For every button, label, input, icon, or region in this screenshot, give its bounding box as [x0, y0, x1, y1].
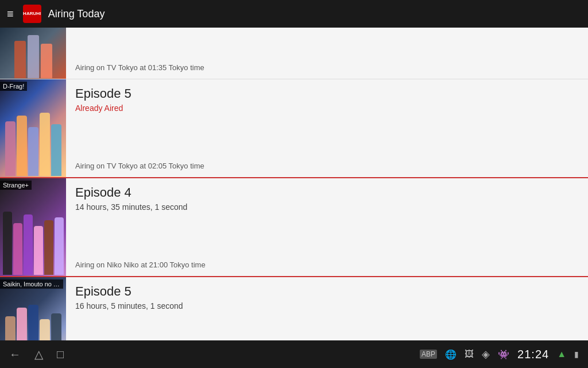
list-item[interactable]: Airing on TV Tokyo at 01:35 Tokyo time	[0, 28, 588, 79]
air-time-text: Airing on TV Tokyo at 01:35 Tokyo time	[75, 63, 204, 72]
thumbnail: Strange+	[0, 178, 66, 276]
list-item[interactable]: Saikin, Imouto no Yousu ga Chotto... Epi…	[0, 277, 588, 340]
list-item[interactable]: Strange+ Episode 4 14 hours, 35 minutes,…	[0, 178, 588, 277]
home-icon[interactable]: △	[34, 347, 43, 361]
item-info: Episode 5 Already Aired Airing on TV Tok…	[66, 79, 588, 177]
status-bar: ABP 🌐 🖼 ◈ 👾 21:24 ▲ ▮	[420, 348, 579, 361]
thumbnail	[0, 28, 66, 79]
episode-title: Episode 4	[75, 185, 579, 200]
air-time-text: Airing on TV Tokyo at 02:05 Tokyo time	[75, 162, 579, 170]
countdown-text: 16 hours, 5 minutes, 1 second	[75, 301, 579, 310]
network-icon: 🌐	[445, 349, 457, 360]
battery-icon: ▮	[574, 350, 579, 359]
item-info: Airing on TV Tokyo at 01:35 Tokyo time	[66, 28, 588, 79]
navigation-bar: ← △ □ ABP 🌐 🖼 ◈ 👾 21:24 ▲ ▮	[0, 340, 588, 368]
content-area: Airing on TV Tokyo at 01:35 Tokyo time D…	[0, 28, 588, 340]
recent-apps-icon[interactable]: □	[57, 348, 64, 361]
item-info: Episode 5 16 hours, 5 minutes, 1 second …	[66, 277, 588, 340]
already-aired-text: Already Aired	[75, 103, 579, 113]
episode-title: Episode 5	[75, 86, 579, 101]
nav-controls: ← △ □	[9, 347, 64, 361]
back-icon[interactable]: ←	[9, 348, 21, 361]
page-title: Airing Today	[48, 8, 105, 20]
screenshot-icon: 🖼	[465, 349, 474, 359]
list-item[interactable]: D-Frag! Episode 5 Already Aired Airing o…	[0, 79, 588, 178]
app-icon: 👾	[498, 349, 509, 360]
adblock-icon: ABP	[420, 350, 437, 359]
wifi-icon: ▲	[557, 349, 566, 359]
app-bar: ≡ HARUHI Airing Today	[0, 0, 588, 28]
air-time-text: Airing on Niko Niko at 21:00 Tokyo time	[75, 260, 579, 269]
dropbox-icon: ◈	[482, 348, 490, 361]
hamburger-menu-icon[interactable]: ≡	[7, 7, 14, 21]
clock-display: 21:24	[517, 348, 549, 361]
app-logo: HARUHI	[23, 5, 41, 23]
thumbnail: D-Frag!	[0, 79, 66, 177]
thumbnail: Saikin, Imouto no Yousu ga Chotto...	[0, 277, 66, 340]
item-info: Episode 4 14 hours, 35 minutes, 1 second…	[66, 178, 588, 276]
countdown-text: 14 hours, 35 minutes, 1 second	[75, 202, 579, 212]
episode-title: Episode 5	[75, 284, 579, 299]
